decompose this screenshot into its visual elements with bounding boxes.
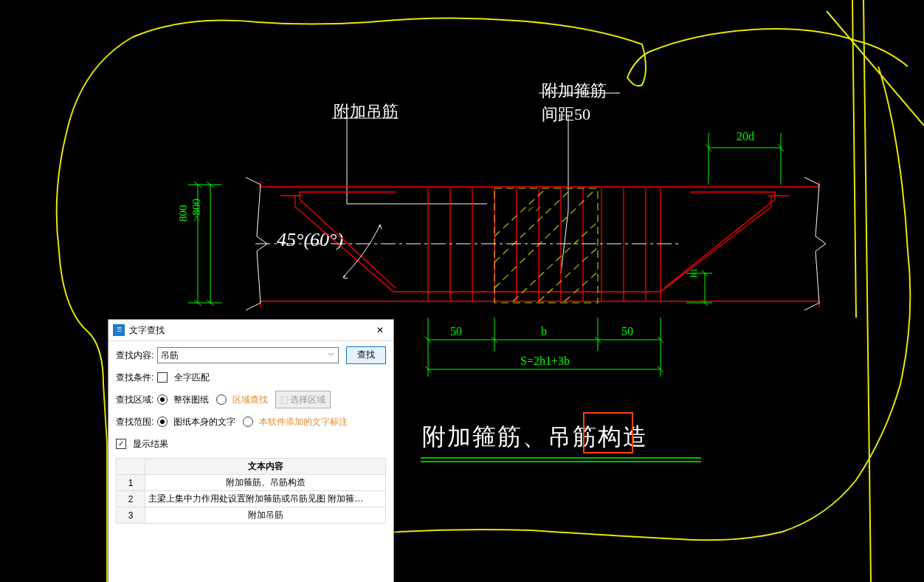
- radio-scope-software-label: 本软件添加的文字标注: [259, 416, 348, 428]
- label-condition: 查找条件:: [116, 372, 157, 384]
- row-content-1: 附加箍筋、吊筋构造: [145, 475, 386, 491]
- dialog-body: 查找内容: 吊筋 ﹀ 查找 查找条件: 全字匹配 查找区域: 整张图纸: [108, 341, 393, 530]
- text-search-dialog: ☰ 文字查找 ✕ 查找内容: 吊筋 ﹀ 查找 查找条件: 全字匹配: [108, 319, 394, 582]
- radio-scope-drawing[interactable]: [157, 417, 168, 427]
- row-num-3: 3: [117, 507, 145, 524]
- radio-scope-drawing-label: 图纸本身的文字: [173, 416, 235, 428]
- select-region-label: 选择区域: [290, 392, 325, 407]
- checkbox-show-results-label: 显示结果: [133, 438, 168, 451]
- radio-whole-drawing[interactable]: [157, 394, 168, 405]
- label-region: 查找区域:: [116, 394, 157, 406]
- row-num-2: 2: [117, 491, 145, 507]
- radio-area-search-label: 区域查找: [232, 394, 268, 406]
- select-region-icon: ⬚: [280, 392, 289, 407]
- radio-whole-drawing-label: 整张图纸: [173, 394, 209, 406]
- dialog-icon: ☰: [113, 324, 125, 336]
- dialog-title-text: 文字查找: [129, 320, 165, 340]
- checkbox-fullmatch[interactable]: [157, 372, 168, 383]
- row-content-3: 附加吊筋: [145, 507, 386, 524]
- checkbox-fullmatch-label: 全字匹配: [174, 372, 210, 384]
- search-input-value: 吊筋: [161, 348, 179, 363]
- chevron-down-icon[interactable]: ﹀: [328, 348, 335, 363]
- table-row[interactable]: 1 附加箍筋、吊筋构造: [117, 475, 386, 491]
- search-button[interactable]: 查找: [346, 346, 386, 364]
- radio-scope-software[interactable]: [243, 417, 253, 427]
- row-num-1: 1: [117, 475, 145, 491]
- results-table: 文本内容 1 附加箍筋、吊筋构造 2 主梁上集中力作用处设置附加箍筋或吊筋见图 …: [116, 458, 386, 524]
- row-content-2: 主梁上集中力作用处设置附加箍筋或吊筋见图 附加箍…: [145, 491, 386, 507]
- table-row[interactable]: 3 附加吊筋: [117, 507, 386, 524]
- radio-area-search[interactable]: [216, 394, 227, 405]
- label-scope: 查找范围:: [116, 416, 157, 428]
- label-search-content: 查找内容:: [116, 349, 157, 362]
- cad-canvas[interactable]: 附加吊筋 附加箍筋 间距50 20d 800 >800 45°(60°) 50 …: [0, 0, 924, 582]
- table-row[interactable]: 2 主梁上集中力作用处设置附加箍筋或吊筋见图 附加箍…: [117, 491, 386, 507]
- checkbox-show-results[interactable]: [116, 439, 126, 449]
- table-header-content: 文本内容: [145, 459, 386, 475]
- select-region-button[interactable]: ⬚ 选择区域: [275, 391, 331, 408]
- close-icon[interactable]: ✕: [371, 320, 389, 340]
- table-header-blank: [117, 459, 145, 475]
- dialog-titlebar[interactable]: ☰ 文字查找 ✕: [108, 320, 393, 341]
- search-input[interactable]: 吊筋 ﹀: [157, 347, 339, 363]
